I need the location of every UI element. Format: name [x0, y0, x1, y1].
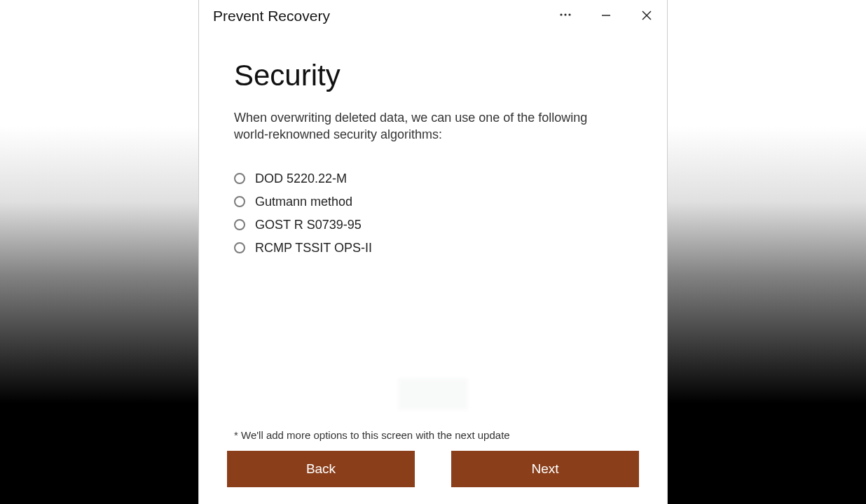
- radio-icon: [234, 196, 245, 207]
- watermark: [398, 378, 468, 410]
- close-icon: [642, 9, 652, 24]
- radio-icon: [234, 242, 245, 253]
- next-button[interactable]: Next: [451, 451, 639, 487]
- option-dod[interactable]: DOD 5220.22-M: [234, 172, 632, 186]
- titlebar-controls: [545, 0, 667, 32]
- radio-icon: [234, 173, 245, 184]
- radio-icon: [234, 219, 245, 230]
- minimize-button[interactable]: [586, 0, 626, 32]
- more-button[interactable]: [545, 0, 586, 32]
- algorithm-options: DOD 5220.22-M Gutmann method GOST R S073…: [234, 172, 632, 255]
- option-label: GOST R S0739-95: [255, 218, 362, 232]
- option-label: DOD 5220.22-M: [255, 172, 347, 186]
- window-title: Prevent Recovery: [213, 8, 330, 24]
- nav-buttons: Back Next: [227, 451, 639, 487]
- option-label: Gutmann method: [255, 195, 352, 209]
- option-gost[interactable]: GOST R S0739-95: [234, 218, 632, 232]
- page-description: When overwriting deleted data, we can us…: [234, 109, 598, 144]
- svg-point-2: [568, 13, 570, 15]
- page-heading: Security: [234, 59, 632, 92]
- close-button[interactable]: [626, 0, 667, 32]
- svg-point-1: [564, 13, 566, 15]
- svg-point-0: [560, 13, 562, 15]
- back-button[interactable]: Back: [227, 451, 415, 487]
- footer: * We'll add more options to this screen …: [199, 429, 667, 504]
- option-rcmp[interactable]: RCMP TSSIT OPS-II: [234, 241, 632, 255]
- ellipsis-icon: [559, 8, 572, 24]
- app-window: Prevent Recovery Security When overwriti…: [198, 0, 668, 504]
- footnote-text: * We'll add more options to this screen …: [227, 429, 639, 441]
- content-area: Security When overwriting deleted data, …: [199, 32, 667, 429]
- minimize-icon: [601, 9, 611, 24]
- titlebar: Prevent Recovery: [199, 0, 667, 32]
- option-label: RCMP TSSIT OPS-II: [255, 241, 372, 255]
- option-gutmann[interactable]: Gutmann method: [234, 195, 632, 209]
